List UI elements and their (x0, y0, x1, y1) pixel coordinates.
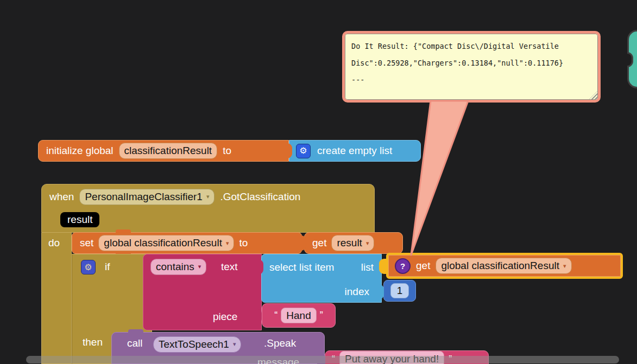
when-label: when (49, 191, 74, 203)
event-param-pill[interactable]: result (60, 212, 99, 227)
blocks-workspace: initialize global classificationResult t… (0, 0, 637, 364)
block-select-list-item[interactable]: select list item list index (261, 254, 382, 303)
component-name: PersonalImageClassifier1 (85, 190, 203, 203)
list-socket-label: list (361, 261, 374, 273)
component-dropdown[interactable]: PersonalImageClassifier1 ▾ (79, 189, 215, 205)
method-name: .Speak (264, 337, 296, 349)
get-label: get (312, 237, 326, 249)
connector-tab (254, 309, 262, 324)
get-global-variable: global classificationResult (441, 259, 559, 272)
get-variable-dropdown[interactable]: result ▾ (331, 235, 374, 251)
block-initialize-global[interactable]: initialize global classificationResult t… (38, 140, 289, 162)
connector-bump (116, 229, 131, 233)
get-label: get (416, 260, 430, 272)
mutator-gear-icon[interactable]: ⚙ (81, 260, 96, 274)
connector-tab (298, 235, 306, 251)
speak-component-dropdown[interactable]: TextToSpeech1 ▾ (153, 336, 241, 353)
block-create-empty-list[interactable]: ⚙ create empty list (289, 140, 421, 162)
to-label: to (239, 237, 248, 249)
if-label: if (105, 261, 110, 273)
set-variable-name: global classificationResult (104, 237, 222, 250)
index-socket-label: index (345, 286, 369, 298)
text-socket-label: text (221, 261, 238, 273)
block-number-1[interactable]: 1 (383, 280, 416, 302)
block-get-result[interactable]: get result ▾ (304, 232, 403, 254)
call-label: call (127, 337, 143, 349)
set-variable-dropdown[interactable]: global classificationResult ▾ (98, 235, 234, 251)
block-partial-teal[interactable] (627, 30, 637, 88)
open-quote: “ (274, 310, 277, 321)
block-when-gotclassification[interactable]: when PersonalImageClassifier1 ▾ .GotClas… (41, 184, 375, 233)
do-label: do (48, 237, 60, 249)
to-label: to (223, 145, 231, 157)
event-name: .GotClassification (220, 191, 300, 203)
horizontal-scrollbar[interactable] (26, 356, 619, 363)
set-label: set (80, 237, 93, 249)
contains-operator-dropdown[interactable]: contains ▾ (150, 259, 206, 275)
get-global-dropdown[interactable]: global classificationResult ▾ (436, 258, 571, 274)
bubble-tail (402, 99, 478, 257)
connector-tab (284, 143, 292, 158)
get-variable-name: result (337, 237, 362, 250)
create-empty-list-label: create empty list (317, 145, 392, 157)
variable-name-field[interactable]: classificationResult (119, 143, 218, 159)
chevron-down-icon: ▾ (198, 264, 201, 270)
chevron-down-icon: ▾ (366, 240, 369, 246)
connector-bump (128, 329, 143, 333)
socket-notch (627, 52, 633, 67)
block-contains[interactable]: contains ▾ text piece (143, 254, 262, 330)
connector-tab (376, 284, 384, 299)
chevron-down-icon: ▾ (226, 240, 229, 246)
number-value-field[interactable]: 1 (390, 283, 409, 298)
chevron-down-icon: ▾ (563, 263, 566, 269)
text-value-field[interactable]: Hand (281, 308, 316, 324)
do-it-result-bubble[interactable]: Do It Result: {"Compact Disc\/Digital Ve… (342, 31, 601, 103)
close-quote: ” (320, 310, 323, 321)
when-block-spine: do (41, 233, 72, 364)
mutator-gear-icon[interactable]: ⚙ (296, 144, 311, 158)
chevron-down-icon: ▾ (206, 194, 210, 200)
contains-operator: contains (156, 260, 194, 273)
question-mark-icon[interactable]: ? (395, 258, 411, 274)
block-set-variable[interactable]: set global classificationResult ▾ to (72, 232, 302, 254)
do-it-result-line3: --- (351, 72, 591, 88)
chevron-down-icon: ▾ (233, 341, 236, 347)
connector-tab (255, 259, 263, 274)
do-it-result-line2: Disc":0.25928,"Chargers":0.13184,"null":… (351, 55, 591, 72)
do-it-result-line1: Do It Result: {"Compact Disc\/Digital Ve… (351, 38, 591, 55)
then-label: then (83, 336, 103, 348)
block-text-hand[interactable]: “ Hand ” (262, 303, 336, 328)
speak-component-name: TextToSpeech1 (159, 338, 229, 351)
bubble-resize-handle[interactable] (589, 91, 597, 99)
piece-socket-label: piece (213, 311, 237, 323)
select-list-item-label: select list item (269, 261, 334, 273)
initialize-global-label: initialize global (46, 145, 113, 157)
bubble-tail-shape (411, 101, 468, 255)
